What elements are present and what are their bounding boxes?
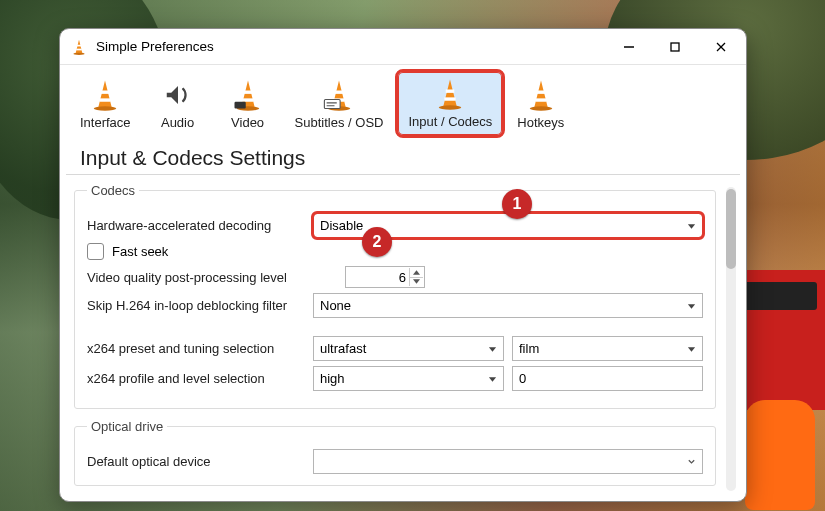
svg-point-31 xyxy=(530,106,553,111)
tab-subtitles[interactable]: Subtitles / OSD xyxy=(283,71,396,138)
postproc-label: Video quality post-processing level xyxy=(87,270,345,285)
skip-deblock-label: Skip H.264 in-loop deblocking filter xyxy=(87,298,313,313)
default-optical-label: Default optical device xyxy=(87,454,313,469)
annotation-callout-1: 1 xyxy=(502,189,532,219)
hw-decoding-value: Disable xyxy=(320,218,363,233)
svg-rect-26 xyxy=(445,97,456,100)
svg-rect-14 xyxy=(242,98,253,101)
row-hw-decoding: Hardware-accelerated decoding Disable xyxy=(87,213,703,238)
category-tabs: Interface Audio Video Subtitles / OSD In… xyxy=(60,65,746,138)
spinner-up-icon[interactable] xyxy=(409,268,423,278)
svg-rect-25 xyxy=(446,90,455,93)
x264-profile-select[interactable]: high xyxy=(313,366,504,391)
chevron-down-icon xyxy=(488,341,497,356)
minimize-button[interactable] xyxy=(606,31,652,63)
close-button[interactable] xyxy=(698,31,744,63)
svg-marker-36 xyxy=(489,347,496,352)
maximize-button[interactable] xyxy=(652,31,698,63)
row-skip-deblock: Skip H.264 in-loop deblocking filter Non… xyxy=(87,293,703,318)
chevron-down-icon xyxy=(687,218,696,233)
chevron-down-icon xyxy=(488,371,497,386)
skip-deblock-select[interactable]: None xyxy=(313,293,703,318)
tab-audio[interactable]: Audio xyxy=(143,71,213,138)
x264-level-input[interactable]: 0 xyxy=(512,366,703,391)
svg-marker-37 xyxy=(688,347,695,352)
tab-label: Video xyxy=(231,115,264,130)
group-codecs: Codecs Hardware-accelerated decoding Dis… xyxy=(74,183,716,409)
tab-video[interactable]: Video xyxy=(213,71,283,138)
input-codecs-icon xyxy=(432,76,468,112)
x264-profile-value: high xyxy=(320,371,345,386)
tab-label: Audio xyxy=(161,115,194,130)
svg-marker-35 xyxy=(688,304,695,309)
annotation-callout-2: 2 xyxy=(362,227,392,257)
x264-preset-value: ultrafast xyxy=(320,341,366,356)
x264-tuning-select[interactable]: film xyxy=(512,336,703,361)
tab-label: Subtitles / OSD xyxy=(295,115,384,130)
svg-point-3 xyxy=(73,52,84,54)
fast-seek-label: Fast seek xyxy=(112,244,168,259)
x264-preset-label: x264 preset and tuning selection xyxy=(87,341,313,356)
group-legend: Optical drive xyxy=(87,419,167,434)
interface-icon xyxy=(87,77,123,113)
video-icon xyxy=(230,77,266,113)
svg-rect-2 xyxy=(76,48,82,50)
svg-marker-34 xyxy=(413,280,420,284)
fast-seek-checkbox[interactable]: Fast seek xyxy=(87,243,703,260)
svg-marker-32 xyxy=(688,224,695,229)
x264-preset-select[interactable]: ultrafast xyxy=(313,336,504,361)
x264-tuning-value: film xyxy=(519,341,539,356)
svg-rect-9 xyxy=(101,91,110,94)
tab-label: Interface xyxy=(80,115,131,130)
svg-rect-16 xyxy=(234,102,245,109)
svg-rect-13 xyxy=(243,91,252,94)
subtitles-icon xyxy=(321,77,357,113)
titlebar: Simple Preferences xyxy=(60,29,746,65)
checkbox-box xyxy=(87,243,104,260)
row-postproc: Video quality post-processing level 6 xyxy=(87,266,703,288)
svg-rect-5 xyxy=(671,43,679,51)
skip-deblock-value: None xyxy=(320,298,351,313)
group-optical: Optical drive Default optical device xyxy=(74,419,716,486)
svg-rect-18 xyxy=(335,91,344,94)
svg-point-11 xyxy=(94,106,117,111)
hw-decoding-label: Hardware-accelerated decoding xyxy=(87,218,313,233)
svg-rect-30 xyxy=(535,98,546,101)
postproc-spinner[interactable]: 6 xyxy=(345,266,425,288)
svg-rect-29 xyxy=(537,91,546,94)
scrollbar-thumb[interactable] xyxy=(726,189,736,269)
spinner-down-icon[interactable] xyxy=(409,278,423,287)
row-x264-profile: x264 profile and level selection high 0 xyxy=(87,366,703,391)
x264-profile-label: x264 profile and level selection xyxy=(87,371,313,386)
svg-marker-38 xyxy=(489,377,496,382)
row-x264-preset: x264 preset and tuning selection ultrafa… xyxy=(87,336,703,361)
tab-interface[interactable]: Interface xyxy=(68,71,143,138)
tab-label: Input / Codecs xyxy=(408,114,492,129)
group-legend: Codecs xyxy=(87,183,139,198)
default-optical-select[interactable] xyxy=(313,449,703,474)
svg-rect-1 xyxy=(77,44,81,46)
hotkeys-icon xyxy=(523,77,559,113)
postproc-value: 6 xyxy=(399,270,406,285)
chevron-down-icon xyxy=(687,454,696,469)
svg-rect-10 xyxy=(100,98,111,101)
svg-marker-33 xyxy=(413,270,420,274)
tab-hotkeys[interactable]: Hotkeys xyxy=(505,71,576,138)
settings-content: Codecs Hardware-accelerated decoding Dis… xyxy=(60,175,726,501)
vertical-scrollbar[interactable] xyxy=(726,187,736,491)
svg-rect-21 xyxy=(324,100,340,109)
window-title: Simple Preferences xyxy=(96,39,214,54)
tab-label: Hotkeys xyxy=(517,115,564,130)
tab-input-codecs[interactable]: Input / Codecs xyxy=(395,69,505,138)
preferences-window: Simple Preferences Interface Audio Video xyxy=(59,28,747,502)
row-default-optical: Default optical device xyxy=(87,449,703,474)
audio-icon xyxy=(160,77,196,113)
chevron-down-icon xyxy=(687,341,696,356)
x264-level-value: 0 xyxy=(519,371,526,386)
vlc-cone-icon xyxy=(70,38,88,56)
chevron-down-icon xyxy=(687,298,696,313)
svg-point-27 xyxy=(439,105,462,110)
page-title: Input & Codecs Settings xyxy=(80,146,305,170)
